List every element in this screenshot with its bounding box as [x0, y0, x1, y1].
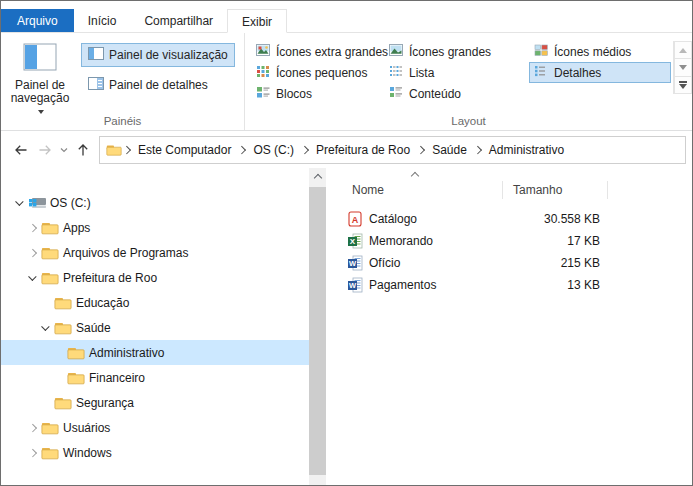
folder-icon	[40, 221, 60, 235]
breadcrumb-este-computador[interactable]: Este Computador	[132, 140, 237, 160]
breadcrumb-saude[interactable]: Saúde	[426, 140, 473, 160]
small-icons-label: Ícones pequenos	[276, 66, 367, 80]
content-icon	[389, 86, 403, 101]
gallery-scroll-down-button[interactable]	[674, 59, 692, 76]
address-folder-icon	[106, 143, 122, 157]
svg-text:W: W	[349, 281, 357, 290]
tree-item-saude[interactable]: Saúde	[1, 315, 309, 340]
view-large-icons[interactable]: Ícones grandes	[384, 41, 529, 62]
tree-scrollbar[interactable]	[309, 168, 326, 485]
file-size: 30.558 KB	[503, 212, 608, 226]
view-tiles[interactable]: Blocos	[251, 83, 384, 104]
chevron-down-icon	[59, 146, 69, 154]
breadcrumb-os-c[interactable]: OS (C:)	[247, 140, 300, 160]
file-row-oficio[interactable]: W Ofício 215 KB	[346, 252, 692, 274]
tab-inicio[interactable]: Início	[74, 9, 131, 32]
tree-item-os-c[interactable]: OS (C:)	[1, 190, 309, 215]
folder-icon	[66, 346, 86, 360]
navigation-pane-button[interactable]: Painel de navegação	[7, 39, 73, 112]
folder-icon	[40, 421, 60, 435]
chevron-collapsed-icon[interactable]	[26, 221, 40, 235]
tab-compartilhar[interactable]: Compartilhar	[130, 9, 227, 32]
tree-item-windows[interactable]: Windows	[1, 440, 309, 465]
triangle-up-icon	[679, 48, 687, 53]
list-label: Lista	[409, 66, 434, 80]
file-explorer-window: Arquivo Início Compartilhar Exibir Paine…	[0, 0, 693, 486]
view-details[interactable]: Detalhes	[529, 62, 671, 83]
navigation-pane-icon	[23, 43, 57, 74]
tree-item-label: OS (C:)	[50, 196, 91, 210]
gallery-scroll-up-button[interactable]	[674, 41, 692, 59]
forward-arrow-icon	[37, 142, 53, 158]
chevron-collapsed-icon[interactable]	[26, 446, 40, 460]
svg-text:X: X	[350, 237, 356, 246]
tree-item-prefeitura-de-roo[interactable]: Prefeitura de Roo	[1, 265, 309, 290]
file-size: 17 KB	[503, 234, 608, 248]
content-label: Conteúdo	[409, 87, 461, 101]
tree-item-arquivos-de-programas[interactable]: Arquivos de Programas	[1, 240, 309, 265]
chevron-placeholder	[52, 346, 66, 360]
folder-icon	[53, 396, 73, 410]
file-name: Memorando	[369, 234, 433, 248]
tree-item-apps[interactable]: Apps	[1, 215, 309, 240]
file-row-memorando[interactable]: X Memorando 17 KB	[346, 230, 692, 252]
tree-item-label: Educação	[76, 296, 129, 310]
details-pane-toggle[interactable]: Painel de detalhes	[81, 73, 235, 97]
more-views-icon	[679, 81, 687, 89]
list-icon	[389, 65, 403, 80]
chevron-expanded-icon[interactable]	[13, 196, 27, 210]
tree-item-label: Saúde	[76, 321, 111, 335]
file-list-pane: Nome Tamanho A Catálogo 30.558 KB	[326, 168, 692, 485]
folder-icon	[40, 271, 60, 285]
recent-locations-button[interactable]	[57, 138, 71, 162]
chevron-placeholder	[52, 371, 66, 385]
medium-icons-label: Ícones médios	[554, 45, 631, 59]
address-box[interactable]: Este Computador OS (C:) Prefeitura de Ro…	[99, 136, 686, 164]
view-medium-icons[interactable]: Ícones médios	[529, 41, 671, 62]
view-content[interactable]: Conteúdo	[384, 83, 529, 104]
up-button[interactable]	[71, 138, 95, 162]
chevron-expanded-icon[interactable]	[39, 321, 53, 335]
scrollbar-thumb[interactable]	[309, 187, 326, 475]
chevron-expanded-icon[interactable]	[26, 271, 40, 285]
back-button[interactable]	[9, 138, 33, 162]
small-icons-icon	[256, 65, 270, 80]
tree-item-usuarios[interactable]: Usuários	[1, 415, 309, 440]
tree-item-financeiro[interactable]: Financeiro	[1, 365, 309, 390]
main-content: OS (C:) Apps Arquivos de Programas	[1, 168, 692, 485]
tab-arquivo[interactable]: Arquivo	[1, 9, 74, 32]
details-view-icon	[534, 65, 548, 80]
view-extra-large-icons[interactable]: Ícones extra grandes	[251, 41, 384, 62]
breadcrumb-administrativo[interactable]: Administrativo	[483, 140, 570, 160]
column-header-nome[interactable]: Nome	[346, 181, 503, 199]
tree-item-administrativo[interactable]: Administrativo	[1, 340, 309, 365]
view-gallery: Ícones extra grandes	[251, 39, 671, 112]
tree-item-educacao[interactable]: Educação	[1, 290, 309, 315]
folder-icon	[40, 246, 60, 260]
forward-button[interactable]	[33, 138, 57, 162]
file-row-pagamentos[interactable]: W Pagamentos 13 KB	[346, 274, 692, 296]
column-header-tamanho[interactable]: Tamanho	[503, 181, 608, 199]
view-small-icons[interactable]: Ícones pequenos	[251, 62, 384, 83]
details-pane-label: Painel de detalhes	[109, 78, 208, 92]
view-list[interactable]: Lista	[384, 62, 529, 83]
chevron-collapsed-icon[interactable]	[26, 421, 40, 435]
file-size: 13 KB	[503, 278, 608, 292]
tree-item-label: Usuários	[63, 421, 110, 435]
extra-large-icons-icon	[256, 44, 270, 59]
chevron-collapsed-icon[interactable]	[26, 246, 40, 260]
chevron-placeholder	[39, 296, 53, 310]
up-arrow-icon	[75, 142, 91, 158]
tab-exibir[interactable]: Exibir	[227, 9, 287, 33]
file-name: Ofício	[369, 256, 400, 270]
gallery-more-button[interactable]	[674, 77, 692, 94]
preview-pane-toggle[interactable]: Painel de visualização	[81, 43, 235, 67]
breadcrumb-prefeitura-de-roo[interactable]: Prefeitura de Roo	[310, 140, 416, 160]
address-bar: Este Computador OS (C:) Prefeitura de Ro…	[1, 131, 692, 168]
pdf-file-icon: A	[347, 211, 363, 227]
tree-item-seguranca[interactable]: Segurança	[1, 390, 309, 415]
file-row-catalogo[interactable]: A Catálogo 30.558 KB	[346, 208, 692, 230]
details-pane-icon	[88, 77, 104, 93]
scrollbar-up-arrow[interactable]	[309, 168, 326, 185]
excel-file-icon: X	[347, 233, 363, 249]
